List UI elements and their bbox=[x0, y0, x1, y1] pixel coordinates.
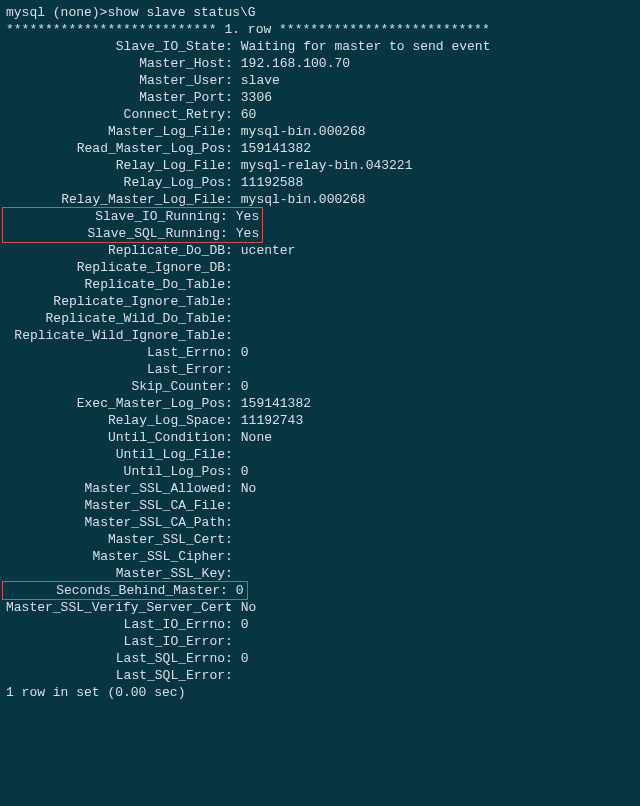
field-until-condition: Until_Condition: None bbox=[6, 429, 634, 446]
field-replicate-do-db: Replicate_Do_DB: ucenter bbox=[6, 242, 634, 259]
field-last-error: Last_Error: bbox=[6, 361, 634, 378]
value: 159141382 bbox=[241, 140, 311, 157]
field-connect-retry: Connect_Retry: 60 bbox=[6, 106, 634, 123]
label: Until_Log_File bbox=[6, 446, 225, 463]
field-master-ssl-verify-server-cert: Master_SSL_Verify_Server_Cert: No bbox=[6, 599, 634, 616]
value: 0 bbox=[241, 650, 249, 667]
field-last-io-errno: Last_IO_Errno: 0 bbox=[6, 616, 634, 633]
label: Connect_Retry bbox=[6, 106, 225, 123]
label: Until_Condition bbox=[6, 429, 225, 446]
field-relay-log-space: Relay_Log_Space: 11192743 bbox=[6, 412, 634, 429]
value: 60 bbox=[241, 106, 257, 123]
label: Replicate_Wild_Ignore_Table bbox=[6, 327, 225, 344]
label: Master_SSL_Cipher bbox=[6, 548, 225, 565]
value: 11192743 bbox=[241, 412, 303, 429]
highlight-seconds-behind-master: Seconds_Behind_Master: 0 bbox=[6, 582, 634, 599]
field-read-master-log-pos: Read_Master_Log_Pos: 159141382 bbox=[6, 140, 634, 157]
label: Master_Log_File bbox=[6, 123, 225, 140]
value: 0 bbox=[241, 378, 249, 395]
mysql-prompt[interactable]: mysql (none)>show slave status\G bbox=[6, 4, 634, 21]
field-replicate-ignore-table: Replicate_Ignore_Table: bbox=[6, 293, 634, 310]
label: Last_Error bbox=[6, 361, 225, 378]
label: Slave_SQL_Running bbox=[6, 225, 220, 242]
value: 3306 bbox=[241, 89, 272, 106]
label: Exec_Master_Log_Pos bbox=[6, 395, 225, 412]
highlight-box: Slave_IO_Running: YesSlave_SQL_Running: … bbox=[2, 207, 263, 243]
field-until-log-file: Until_Log_File: bbox=[6, 446, 634, 463]
value: 0 bbox=[236, 582, 244, 599]
field-last-sql-error: Last_SQL_Error: bbox=[6, 667, 634, 684]
value: None bbox=[241, 429, 272, 446]
field-replicate-do-table: Replicate_Do_Table: bbox=[6, 276, 634, 293]
label: Skip_Counter bbox=[6, 378, 225, 395]
field-exec-master-log-pos: Exec_Master_Log_Pos: 159141382 bbox=[6, 395, 634, 412]
label: Last_IO_Errno bbox=[6, 616, 225, 633]
field-master-user: Master_User: slave bbox=[6, 72, 634, 89]
field-relay-log-file: Relay_Log_File: mysql-relay-bin.043221 bbox=[6, 157, 634, 174]
label: Last_IO_Error bbox=[6, 633, 225, 650]
value: 192.168.100.70 bbox=[241, 55, 350, 72]
label: Relay_Log_Space bbox=[6, 412, 225, 429]
field-master-port: Master_Port: 3306 bbox=[6, 89, 634, 106]
field-last-errno: Last_Errno: 0 bbox=[6, 344, 634, 361]
label: Replicate_Do_DB bbox=[6, 242, 225, 259]
field-last-sql-errno: Last_SQL_Errno: 0 bbox=[6, 650, 634, 667]
label: Master_User bbox=[6, 72, 225, 89]
field-master-ssl-cert: Master_SSL_Cert: bbox=[6, 531, 634, 548]
label: Master_SSL_CA_Path bbox=[6, 514, 225, 531]
field-until-log-pos: Until_Log_Pos: 0 bbox=[6, 463, 634, 480]
label: Master_SSL_Key bbox=[6, 565, 225, 582]
field-last-io-error: Last_IO_Error: bbox=[6, 633, 634, 650]
field-master-host: Master_Host: 192.168.100.70 bbox=[6, 55, 634, 72]
value: slave bbox=[241, 72, 280, 89]
value: 0 bbox=[241, 616, 249, 633]
value: mysql-bin.000268 bbox=[241, 191, 366, 208]
label: Master_Host bbox=[6, 55, 225, 72]
label: Replicate_Ignore_DB bbox=[6, 259, 225, 276]
label: Slave_IO_Running bbox=[6, 208, 220, 225]
label: Until_Log_Pos bbox=[6, 463, 225, 480]
label: Replicate_Ignore_Table bbox=[6, 293, 225, 310]
label: Master_SSL_Verify_Server_Cert bbox=[6, 599, 225, 616]
label: Last_Errno bbox=[6, 344, 225, 361]
field-master-ssl-cipher: Master_SSL_Cipher: bbox=[6, 548, 634, 565]
label: Master_SSL_Allowed bbox=[6, 480, 225, 497]
label: Master_SSL_Cert bbox=[6, 531, 225, 548]
field-slave-io-state: Slave_IO_State: Waiting for master to se… bbox=[6, 38, 634, 55]
label: Master_Port bbox=[6, 89, 225, 106]
label: Seconds_Behind_Master bbox=[6, 582, 220, 599]
value: 0 bbox=[241, 463, 249, 480]
result-footer: 1 row in set (0.00 sec) bbox=[6, 684, 634, 701]
value: 0 bbox=[241, 344, 249, 361]
label: Replicate_Do_Table bbox=[6, 276, 225, 293]
field-master-log-file: Master_Log_File: mysql-bin.000268 bbox=[6, 123, 634, 140]
field-replicate-ignore-db: Replicate_Ignore_DB: bbox=[6, 259, 634, 276]
row-header: *************************** 1. row *****… bbox=[6, 21, 634, 38]
value: No bbox=[241, 599, 257, 616]
field-master-ssl-ca-path: Master_SSL_CA_Path: bbox=[6, 514, 634, 531]
value: 159141382 bbox=[241, 395, 311, 412]
value: Yes bbox=[236, 225, 259, 242]
label: Last_SQL_Errno bbox=[6, 650, 225, 667]
field-relay-master-log-file: Relay_Master_Log_File: mysql-bin.000268 bbox=[6, 191, 634, 208]
label: Last_SQL_Error bbox=[6, 667, 225, 684]
label: Relay_Master_Log_File bbox=[6, 191, 225, 208]
field-master-ssl-ca-file: Master_SSL_CA_File: bbox=[6, 497, 634, 514]
field-relay-log-pos: Relay_Log_Pos: 11192588 bbox=[6, 174, 634, 191]
value: mysql-relay-bin.043221 bbox=[241, 157, 413, 174]
label: Relay_Log_File bbox=[6, 157, 225, 174]
field-master-ssl-allowed: Master_SSL_Allowed: No bbox=[6, 480, 634, 497]
highlight-box: Seconds_Behind_Master: 0 bbox=[2, 581, 248, 600]
value: mysql-bin.000268 bbox=[241, 123, 366, 140]
highlight-slave-running: Slave_IO_Running: YesSlave_SQL_Running: … bbox=[6, 208, 634, 242]
label: Relay_Log_Pos bbox=[6, 174, 225, 191]
field-master-ssl-key: Master_SSL_Key: bbox=[6, 565, 634, 582]
value: Waiting for master to send event bbox=[241, 38, 491, 55]
label: Slave_IO_State bbox=[6, 38, 225, 55]
value: No bbox=[241, 480, 257, 497]
label: Read_Master_Log_Pos bbox=[6, 140, 225, 157]
field-replicate-wild-ignore-table: Replicate_Wild_Ignore_Table: bbox=[6, 327, 634, 344]
field-replicate-wild-do-table: Replicate_Wild_Do_Table: bbox=[6, 310, 634, 327]
value: Yes bbox=[236, 208, 259, 225]
label: Replicate_Wild_Do_Table bbox=[6, 310, 225, 327]
